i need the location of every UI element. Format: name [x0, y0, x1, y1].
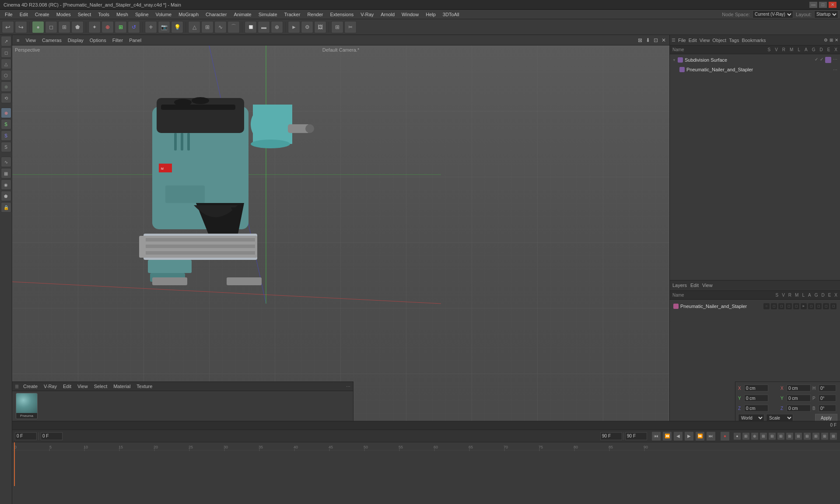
mat-menu-view[interactable]: View: [76, 383, 90, 390]
left-tool-circle[interactable]: ◉: [1, 179, 11, 190]
menu-edit[interactable]: Edit: [17, 11, 31, 18]
new-object-button[interactable]: +: [145, 21, 157, 33]
layer-ctrl-vis[interactable]: ◻: [771, 303, 777, 309]
vp-menu-view[interactable]: View: [24, 37, 38, 44]
layers-menu-layers[interactable]: Layers: [672, 283, 687, 288]
layout-select[interactable]: Startup: [814, 10, 838, 18]
menu-mesh[interactable]: Mesh: [113, 11, 131, 18]
live-mode-button[interactable]: ●: [32, 21, 44, 33]
layers-menu-view[interactable]: View: [702, 283, 713, 288]
mat-menu-texture[interactable]: Texture: [135, 383, 154, 390]
layer-ctrl-anim[interactable]: ►: [801, 303, 807, 309]
obj-subdivision-dot[interactable]: ⋯: [833, 57, 837, 63]
menu-volume[interactable]: Volume: [153, 11, 175, 18]
material-thumb-pneuma[interactable]: Pneuma: [16, 393, 38, 419]
left-tool-3[interactable]: ⬡: [1, 70, 11, 80]
obj-menu-edit[interactable]: Edit: [689, 38, 697, 43]
status-btn-12[interactable]: ⊞: [830, 432, 837, 440]
render-preview-button[interactable]: ►: [288, 21, 300, 33]
total-frames-input[interactable]: [600, 432, 622, 440]
end-frame-input[interactable]: [625, 432, 647, 440]
camera-button[interactable]: 📷: [158, 21, 170, 33]
left-tool-grid[interactable]: ▦: [1, 168, 11, 178]
obj-subdivision-check2[interactable]: ✓: [820, 57, 823, 63]
record-button[interactable]: ●: [720, 431, 730, 441]
left-tool-0[interactable]: ↗: [1, 36, 11, 46]
menu-extensions[interactable]: Extensions: [327, 11, 357, 18]
deformer-button[interactable]: ⌒: [228, 21, 240, 33]
obj-collapse-arrow[interactable]: ▼: [672, 58, 676, 62]
redo-button[interactable]: ↪: [15, 21, 27, 33]
spline-button[interactable]: ∿: [214, 21, 227, 33]
menu-modes[interactable]: Modes: [53, 11, 74, 18]
vp-icon-close[interactable]: ✕: [661, 36, 667, 44]
layer-row-nailer[interactable]: Pneumatic_Nailer_and_Stapler ○ ◻ ◻ ◻ ◻ ►…: [672, 301, 838, 311]
coord-b-input[interactable]: [819, 405, 836, 412]
layer-ctrl-gen[interactable]: ◻: [808, 303, 814, 309]
menu-file[interactable]: File: [2, 11, 16, 18]
left-tool-move[interactable]: ⊕: [1, 108, 11, 118]
left-tool-s2[interactable]: S: [1, 142, 11, 152]
status-btn-2[interactable]: ⊞: [742, 432, 750, 440]
vp-menu-filter[interactable]: Filter: [111, 37, 125, 44]
status-btn-3[interactable]: ⊕: [751, 432, 759, 440]
menu-tracker[interactable]: Tracker: [281, 11, 304, 18]
close-button[interactable]: ✕: [829, 2, 836, 8]
obj-row-nailer[interactable]: Pneumatic_Nailer_and_Stapler ⋯: [671, 65, 839, 74]
current-frame-input[interactable]: [15, 432, 37, 440]
mat-menu-create[interactable]: Create: [21, 383, 39, 390]
obj-menu-icon[interactable]: ☰: [672, 38, 676, 42]
layer-ctrl-solo[interactable]: ○: [763, 303, 770, 309]
obj-menu-bookmarks[interactable]: Bookmarks: [742, 38, 766, 43]
layer-ctrl-cache[interactable]: ◻: [830, 303, 836, 309]
menu-create[interactable]: Create: [32, 11, 52, 18]
goto-end-button[interactable]: ⏭: [706, 431, 716, 441]
scale-tool-button[interactable]: ⊞: [115, 21, 127, 33]
timeline-content[interactable]: 0 5 10 15 20 25 30 35 40 45 50: [12, 442, 840, 504]
vp-menu-panel[interactable]: Panel: [127, 37, 143, 44]
vp-menu-toggle[interactable]: ≡: [15, 37, 21, 44]
coord-x-rot-input[interactable]: [787, 385, 811, 392]
next-frame-button[interactable]: ⏩: [695, 431, 705, 441]
status-btn-9[interactable]: ⊞: [803, 432, 811, 440]
knife-tool-button[interactable]: ✂: [344, 21, 357, 33]
coord-p-input[interactable]: [819, 395, 836, 402]
vp-icon-restore[interactable]: ⊠: [637, 36, 643, 44]
obj-subdivision-check1[interactable]: ✓: [815, 57, 818, 63]
start-frame-input[interactable]: [41, 432, 63, 440]
axis-button[interactable]: ⊕: [271, 21, 283, 33]
layers-menu-edit[interactable]: Edit: [690, 283, 699, 288]
menu-window[interactable]: Window: [399, 11, 422, 18]
coord-y-rot-input[interactable]: [787, 395, 811, 402]
floor-button[interactable]: ▬: [258, 21, 270, 33]
edit-palette-button[interactable]: ⊞: [331, 21, 343, 33]
status-btn-4[interactable]: ⊞: [760, 432, 767, 440]
mat-icon-dots[interactable]: ⋯: [346, 384, 350, 389]
vp-menu-display[interactable]: Display: [66, 37, 85, 44]
left-tool-4[interactable]: ⊕: [1, 81, 11, 92]
menu-select[interactable]: Select: [75, 11, 94, 18]
menu-animate[interactable]: Animate: [231, 11, 254, 18]
menu-mograph[interactable]: MoGraph: [175, 11, 202, 18]
status-btn-6[interactable]: ⊞: [777, 432, 785, 440]
goto-start-button[interactable]: ⏮: [651, 431, 661, 441]
menu-tools[interactable]: Tools: [95, 11, 112, 18]
left-tool-lock[interactable]: 🔒: [1, 202, 11, 213]
left-tool-5[interactable]: ⟲: [1, 93, 11, 103]
left-tool-poly[interactable]: ⬟: [1, 191, 11, 201]
status-btn-7[interactable]: ⊞: [786, 432, 794, 440]
minimize-button[interactable]: —: [809, 2, 817, 8]
texture-mode-button[interactable]: ⊞: [58, 21, 70, 33]
play-reverse-button[interactable]: ◀: [673, 431, 683, 441]
obj-icon-settings[interactable]: ⚙: [824, 38, 828, 42]
menu-3dtoall[interactable]: 3DToAll: [440, 11, 462, 18]
nodespace-select[interactable]: Current (V-Ray): [752, 10, 793, 18]
layer-ctrl-manager[interactable]: ◻: [786, 303, 792, 309]
layer-ctrl-render[interactable]: ◻: [778, 303, 784, 309]
obj-menu-object[interactable]: Object: [712, 38, 726, 43]
vp-icon-maximize[interactable]: ⊡: [653, 36, 659, 44]
workplane-mode-button[interactable]: ⬟: [71, 21, 84, 33]
coord-z-pos-input[interactable]: [744, 405, 768, 412]
rotate-tool-button[interactable]: ↺: [128, 21, 140, 33]
polygon-object-button[interactable]: △: [188, 21, 200, 33]
